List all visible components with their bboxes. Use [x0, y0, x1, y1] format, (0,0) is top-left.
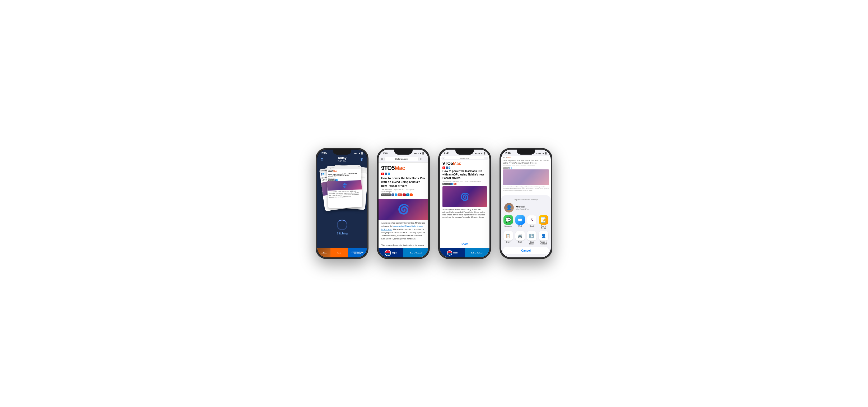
vol-up-button: [316, 167, 316, 175]
print-icon-box: 🖨️: [515, 231, 525, 240]
yt-3[interactable]: ▶: [442, 167, 445, 169]
status-bar-4: 2:46 ●●●● ▲ ▓: [501, 150, 551, 156]
phone4: 2:46 ●●●● ▲ ▓ 9TO5Mac How to power the M…: [499, 148, 552, 259]
tw-share-3[interactable]: t: [452, 183, 453, 185]
site-social-icons: ▶ f t: [381, 173, 426, 175]
phone4-wrapper: 2:46 ●●●● ▲ ▓ 9TO5Mac How to power the M…: [499, 148, 552, 259]
reddit-share-btn[interactable]: r: [410, 194, 413, 196]
card-excerpt: As we reported earlier this morning, Nvi…: [327, 190, 362, 199]
power-button-2: [429, 170, 430, 183]
twitter-icon[interactable]: t: [388, 173, 390, 175]
phone2: 2:45 ●●●● ▲ ▓ ✕ 9to5mac.com ⛓ ⋮: [377, 148, 430, 259]
phone3-social-bar: Comments f t G+: [442, 183, 487, 185]
mini-menu: ⋮: [485, 157, 487, 159]
gp-share-3[interactable]: G+: [454, 183, 457, 185]
fb-3[interactable]: f: [446, 167, 448, 169]
pepsi-ad-3: pepsi: [440, 248, 465, 257]
pepsi-logo: pepsi: [378, 248, 403, 257]
article-header: 9TO5Mac ▶ f t How to power the MacBook P…: [378, 163, 428, 199]
slack-icon-glyph: S: [531, 218, 533, 222]
mini-close: ✕: [442, 157, 444, 159]
mini-browser: ✕ 9to5mac.com ⋮: [441, 157, 488, 160]
share-app-message[interactable]: 💬 Message: [503, 215, 513, 229]
phone3-article: 9TO5Mac ▶ f t How to power the MacBook P…: [440, 161, 490, 220]
power-button: [368, 170, 369, 183]
copy-icon-box: 📋: [503, 231, 513, 240]
share-app-notes[interactable]: 📝 Add to Notes: [539, 215, 548, 229]
share-app-slack[interactable]: S Slack: [527, 215, 536, 229]
comments-3[interactable]: Comments: [442, 183, 450, 185]
gear-icon-1[interactable]: ⚙: [320, 157, 324, 162]
status-bar-3: 2:45 ●●●● ▲ ▓: [440, 150, 490, 156]
author-line-2: Jeff Benjamin · Apr 11th 2017 2:02 pm PT…: [381, 189, 426, 193]
action-assign-contact[interactable]: 👤 Assign to Contact: [539, 231, 548, 245]
facebook-icon[interactable]: f: [385, 173, 387, 175]
copy-label: Copy: [506, 241, 510, 243]
phone3: 2:45 ●●●● ▲ ▓ ✕ 9to5mac.com ⋮: [438, 148, 491, 259]
add-to-notes-label: Add to Notes: [539, 225, 548, 229]
contact-name: Michael: [516, 205, 548, 208]
url-bar[interactable]: 9to5mac.com: [384, 157, 419, 161]
vol-up-4: [499, 167, 500, 175]
day-label-1: Today: [337, 156, 346, 160]
phone4-title-bg: How to power the MacBook Pro with an eGP…: [503, 159, 549, 164]
article-link[interactable]: long-awaited Pascal beta drivers for the…: [381, 225, 423, 230]
battery-icon: ▓: [361, 152, 363, 154]
link-icon[interactable]: ⛓: [420, 157, 423, 161]
fb-bg: f: [509, 167, 510, 169]
action-save-image[interactable]: ⬇️ Save Image: [527, 231, 536, 245]
phone3-site: 9TO5Mac: [442, 161, 487, 166]
tw-share-btn[interactable]: t: [395, 194, 397, 196]
ad-banner-3: pepsi Only at Walmart: [440, 248, 490, 257]
walmart-ad-3: Only at Walmart: [465, 248, 490, 257]
ad-brand-1: Hunts: [331, 248, 348, 257]
status-icons-4: ●●●● ▲ ▓: [536, 152, 547, 154]
trash-icon-1[interactable]: 🗑: [360, 157, 364, 162]
signal-3: ●●●●: [475, 152, 480, 154]
share-actions-row: 📋 Copy 🖨️ Print ⬇️: [503, 231, 549, 245]
cancel-button[interactable]: Cancel: [503, 247, 549, 254]
share-sheet: Tap to share with AirDrop 👤 Michael MacB…: [501, 195, 551, 257]
assign-contact-icon-box: 👤: [539, 231, 548, 240]
phone1-wrapper: 2:45 ●●● ▲ ▓ ⚙ Today 2:45 PM 🗑: [316, 148, 369, 259]
wifi-icon: ▲: [358, 152, 360, 154]
phone2-wrapper: 2:45 ●●●● ▲ ▓ ✕ 9to5mac.com ⛓ ⋮: [377, 148, 430, 259]
vol-down-2: [377, 177, 378, 185]
share-button[interactable]: Share: [461, 242, 468, 245]
gplus-share-btn[interactable]: G+: [398, 194, 402, 196]
article-body-2: As we reported earlier this morning, Nvi…: [378, 222, 428, 252]
phone1: 2:45 ●●● ▲ ▓ ⚙ Today 2:45 PM 🗑: [316, 148, 369, 259]
phone4-social-bg: Comments f t: [503, 167, 549, 169]
card-image-2: 🌀: [327, 180, 362, 191]
status-icons-1: ●●● ▲ ▓: [354, 152, 363, 154]
power-button-4: [552, 170, 552, 183]
share-app-mail[interactable]: ✉️ Mail: [515, 215, 525, 229]
tw-3[interactable]: t: [448, 167, 451, 169]
avatar-icon: 👤: [506, 205, 512, 211]
notes-app-icon: 📝: [539, 215, 548, 225]
close-tab-button[interactable]: ✕: [381, 157, 383, 161]
contact-device: MacBook Pro: [516, 208, 548, 210]
browser-menu-button[interactable]: ⋮: [424, 157, 426, 161]
airdrop-label: Tap to share with AirDrop: [503, 199, 549, 201]
li-share-btn[interactable]: in: [406, 194, 410, 196]
phone3-author: Jeff Benjamin · Apr 11th 2017 2:02 pm PT…: [442, 180, 487, 182]
social-bar-2: Comments f t G+ P in r: [381, 194, 426, 196]
contact-info: Michael MacBook Pro: [516, 205, 548, 210]
phone3-screen: 2:45 ●●●● ▲ ▓ ✕ 9to5mac.com ⋮: [440, 150, 490, 257]
assign-contact-icon: 👤: [541, 233, 546, 238]
airdrop-contact-row[interactable]: 👤 Michael MacBook Pro: [503, 203, 549, 212]
fb-share-btn[interactable]: f: [392, 194, 394, 196]
fan-icon-3: 🌀: [460, 193, 469, 201]
youtube-icon[interactable]: ▶: [381, 173, 384, 175]
fb-share-3[interactable]: f: [450, 183, 452, 185]
action-copy[interactable]: 📋 Copy: [503, 231, 513, 245]
ad-banner-2: pepsi Only at Walmart: [378, 248, 428, 257]
signal-icon: ●●●: [354, 152, 358, 154]
time-4: 2:46: [505, 152, 510, 155]
contact-avatar: 👤: [504, 203, 514, 212]
pin-share-btn[interactable]: P: [403, 194, 406, 196]
comments-btn[interactable]: Comments: [381, 194, 391, 196]
mail-label: Mail: [518, 225, 522, 227]
action-print[interactable]: 🖨️ Print: [515, 231, 525, 245]
